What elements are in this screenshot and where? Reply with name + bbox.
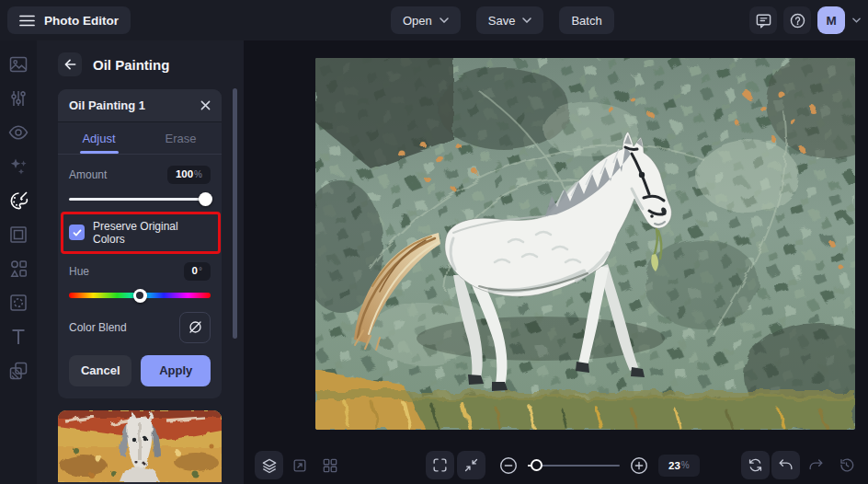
- zoom-in-button[interactable]: [627, 451, 651, 479]
- sidebar-item-text[interactable]: [7, 325, 30, 348]
- tab-erase[interactable]: Erase: [140, 122, 222, 154]
- sidebar-item-frames[interactable]: [7, 223, 30, 246]
- history-reset-icon: [838, 456, 855, 474]
- apply-button[interactable]: Apply: [141, 355, 211, 386]
- zoom-slider[interactable]: [528, 458, 620, 472]
- avatar-initial: M: [826, 14, 836, 28]
- sidebar-item-overlays[interactable]: [7, 291, 30, 314]
- sidebar-item-touchup[interactable]: [7, 121, 30, 144]
- shapes-icon: [7, 258, 29, 280]
- undo-button[interactable]: [771, 451, 800, 479]
- amount-slider-track[interactable]: [69, 198, 211, 201]
- text-icon: [7, 326, 29, 348]
- cancel-button[interactable]: Cancel: [69, 355, 131, 386]
- amount-unit: %: [194, 169, 202, 179]
- grid-icon: [321, 456, 339, 475]
- sliders-icon: [7, 87, 29, 109]
- hue-row: Hue 0°: [69, 262, 211, 281]
- preset-oil-painting-2[interactable]: Oil Painting 2 Ai: [58, 410, 222, 484]
- sync-icon: [747, 456, 764, 474]
- question-mark-icon: [789, 12, 806, 29]
- arrow-left-icon: [63, 58, 77, 71]
- checkmark-icon: [73, 229, 82, 236]
- zoom-controls: 23%: [426, 451, 700, 479]
- top-bar: Photo Editor Open Save Batch M: [0, 0, 868, 40]
- history-controls: [741, 451, 861, 479]
- preserve-colors-label[interactable]: Preserve Original Colors: [93, 220, 212, 246]
- batch-button[interactable]: Batch: [559, 6, 613, 34]
- undo-icon: [777, 456, 794, 474]
- hamburger-menu-icon[interactable]: [19, 15, 35, 27]
- oil-painting-card: Oil Painting 1 Adjust Erase Amount 100%: [58, 89, 222, 398]
- effect-panel: Oil Painting Oil Painting 1 Adjust Erase…: [37, 40, 244, 484]
- resize-button[interactable]: [285, 451, 314, 479]
- oil-painting-horse-artwork: [315, 58, 855, 430]
- color-blend-picker-button[interactable]: [179, 312, 211, 343]
- grid-view-button[interactable]: [315, 451, 344, 479]
- hue-slider[interactable]: [69, 289, 211, 303]
- chevron-down-icon: [522, 17, 531, 23]
- back-button[interactable]: [58, 52, 82, 76]
- zoom-out-button[interactable]: [497, 451, 520, 479]
- amount-slider-handle[interactable]: [199, 192, 212, 206]
- zoom-percent-box[interactable]: 23%: [658, 455, 700, 477]
- amount-label: Amount: [69, 168, 107, 181]
- feedback-button[interactable]: [749, 6, 777, 34]
- fullscreen-button[interactable]: [426, 451, 454, 479]
- save-button[interactable]: Save: [476, 6, 544, 34]
- sidebar-item-effects[interactable]: [7, 155, 30, 178]
- tool-rail: [0, 40, 37, 484]
- amount-row: Amount 100%: [69, 166, 211, 184]
- zoom-percent-value: 23: [668, 460, 680, 471]
- bottom-left-tools: [255, 451, 344, 479]
- hue-label: Hue: [69, 265, 89, 278]
- layers-button[interactable]: [255, 451, 283, 479]
- hue-value: 0: [192, 265, 198, 276]
- layers-icon: [260, 456, 279, 475]
- canvas-image[interactable]: [315, 58, 855, 430]
- amount-value: 100: [176, 168, 193, 179]
- fit-to-screen-button[interactable]: [457, 451, 485, 479]
- chevron-down-icon: [440, 17, 449, 23]
- zoom-slider-handle[interactable]: [531, 459, 542, 471]
- photo-editor-app: Photo Editor Open Save Batch M: [0, 0, 868, 484]
- hue-unit: °: [199, 266, 202, 276]
- sidebar-item-adjust[interactable]: [7, 86, 30, 109]
- save-label: Save: [488, 14, 516, 28]
- palette-brush-icon: [7, 190, 29, 212]
- panel-scrollbar[interactable]: [233, 88, 237, 339]
- hue-slider-handle[interactable]: [133, 289, 147, 303]
- open-label: Open: [403, 14, 432, 28]
- preset-thumbnail[interactable]: [58, 410, 222, 482]
- refresh-button[interactable]: [741, 451, 770, 479]
- close-button[interactable]: [200, 100, 211, 110]
- zoom-percent-unit: %: [681, 460, 690, 470]
- sidebar-item-graphics[interactable]: [7, 257, 30, 280]
- account-chevron-icon[interactable]: [852, 17, 861, 23]
- redo-button[interactable]: [802, 451, 830, 479]
- hue-value-box[interactable]: 0°: [184, 262, 211, 281]
- chat-icon: [755, 12, 772, 29]
- reset-history-button[interactable]: [832, 451, 861, 479]
- color-blend-label: Color Blend: [69, 321, 127, 334]
- sidebar-item-artsy[interactable]: [7, 189, 30, 212]
- sidebar-item-textures[interactable]: [7, 359, 30, 382]
- top-right-controls: M: [749, 6, 861, 34]
- file-actions: Open Save Batch: [391, 6, 614, 34]
- open-button[interactable]: Open: [391, 6, 461, 34]
- sparkles-icon: [7, 156, 29, 178]
- avatar[interactable]: M: [817, 6, 845, 34]
- tab-adjust[interactable]: Adjust: [58, 122, 140, 154]
- help-button[interactable]: [783, 6, 811, 34]
- eye-icon: [7, 121, 29, 144]
- amount-slider[interactable]: [69, 192, 211, 206]
- sidebar-item-edit[interactable]: [7, 52, 30, 75]
- close-icon: [200, 100, 211, 110]
- panel-title: Oil Painting: [93, 57, 169, 73]
- color-blend-row: Color Blend: [69, 312, 211, 343]
- app-menu-chip[interactable]: Photo Editor: [7, 6, 131, 34]
- amount-value-box[interactable]: 100%: [167, 166, 211, 184]
- panel-header: Oil Painting: [58, 52, 244, 77]
- preserve-colors-checkbox[interactable]: [69, 225, 85, 240]
- image-icon: [7, 53, 29, 75]
